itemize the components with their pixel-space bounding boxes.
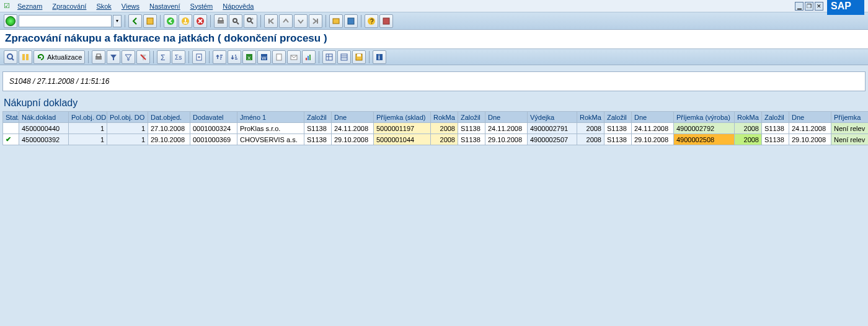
cancel-red-button[interactable]: [193, 14, 207, 28]
svg-text:Σs: Σs: [175, 54, 182, 61]
separator: [125, 15, 125, 27]
col-pol-od[interactable]: Pol.obj. OD: [69, 112, 107, 123]
menu-skok[interactable]: Skok: [91, 1, 116, 11]
local-file-button[interactable]: [272, 50, 286, 64]
table-row[interactable]: ✔45000003921129.10.20080001000369CHOVSER…: [3, 134, 869, 145]
cell-dne-2: 24.11.2008: [485, 123, 528, 134]
customize-button[interactable]: [379, 14, 393, 28]
set-filter-button[interactable]: [122, 50, 135, 64]
window-close-icon[interactable]: ✕: [815, 2, 823, 11]
menu-nastaveni[interactable]: Nastavení: [144, 1, 185, 11]
menu-views[interactable]: Views: [117, 1, 144, 11]
filter-button[interactable]: [107, 50, 120, 64]
cell-status: ✔: [3, 134, 19, 145]
col-dne-3[interactable]: Dne: [632, 112, 674, 123]
col-rokma-2[interactable]: RokMa: [577, 112, 604, 123]
sap-logo: SAP: [827, 0, 864, 15]
change-layout-button[interactable]: [322, 50, 336, 64]
save-button[interactable]: [143, 14, 157, 28]
window-restore-icon[interactable]: ❐: [805, 2, 813, 11]
col-dat-objed[interactable]: Dat.objed.: [148, 112, 190, 123]
create-shortcut-button[interactable]: [344, 14, 358, 28]
cell-rokma-1: 2008: [431, 134, 458, 145]
layout-button[interactable]: [19, 50, 32, 64]
col-zalozil-2[interactable]: Založil: [458, 112, 485, 123]
svg-point-3: [167, 17, 174, 25]
table-header-row: Stat. Nák.doklad Pol.obj. OD Pol.obj. DO…: [3, 112, 869, 123]
last-page-button[interactable]: [309, 14, 322, 28]
command-history-dropdown[interactable]: ▾: [113, 15, 122, 27]
back-button[interactable]: [128, 14, 142, 28]
col-pol-do[interactable]: Pol.obj. DO: [107, 112, 148, 123]
info-button[interactable]: i: [373, 50, 386, 64]
word-button[interactable]: W: [257, 50, 271, 64]
find-next-button[interactable]: +: [244, 14, 257, 28]
col-prijemka-sklad[interactable]: Příjemka (sklad): [374, 112, 431, 123]
col-prijemka-2[interactable]: Příjemka: [831, 112, 869, 123]
col-rokma-1[interactable]: RokMa: [431, 112, 458, 123]
col-dne-1[interactable]: Dne: [332, 112, 374, 123]
cell-zalozil-2: S1138: [458, 134, 485, 145]
menu-seznam[interactable]: Seznam: [12, 1, 47, 11]
exit-yellow-button[interactable]: [179, 14, 192, 28]
col-dne-2[interactable]: Dne: [485, 112, 528, 123]
command-field[interactable]: [19, 15, 112, 27]
first-page-button[interactable]: [264, 14, 278, 28]
cell-pol-do: 1: [107, 134, 148, 145]
col-vydejka[interactable]: Výdejka: [528, 112, 577, 123]
svg-rect-40: [341, 54, 347, 60]
col-jmeno[interactable]: Jméno 1: [237, 112, 304, 123]
separator: [88, 51, 89, 63]
enter-button[interactable]: [4, 14, 17, 28]
graphic-button[interactable]: [302, 50, 316, 64]
menu-system[interactable]: Systém: [185, 1, 218, 11]
col-zalozil-3[interactable]: Založil: [604, 112, 632, 123]
subtotal-button[interactable]: Σs: [172, 50, 185, 64]
separator: [319, 51, 319, 63]
cell-prijemka-vyroba: 4900002792: [674, 123, 735, 134]
help-button[interactable]: ?: [365, 14, 378, 28]
print-button[interactable]: [214, 14, 228, 28]
col-status[interactable]: Stat.: [3, 112, 19, 123]
window-minimize-icon[interactable]: ▁: [795, 2, 804, 11]
cell-zalozil-1: S1138: [304, 134, 332, 145]
cell-zalozil-2: S1138: [458, 123, 485, 134]
new-session-button[interactable]: [329, 14, 343, 28]
section-title: Nákupní doklady: [4, 97, 866, 109]
col-nak-doklad[interactable]: Nák.doklad: [19, 112, 69, 123]
menu-napoveda[interactable]: Nápověda: [218, 1, 259, 11]
standard-toolbar: ▾ + ?: [0, 12, 868, 30]
status-ok-icon: ✔: [6, 135, 11, 143]
sort-desc-button[interactable]: [228, 50, 241, 64]
svg-line-9: [237, 22, 239, 24]
sum-button[interactable]: Σ: [157, 50, 170, 64]
cell-zalozil-3: S1138: [604, 134, 632, 145]
delete-filter-button[interactable]: [136, 50, 150, 64]
svg-text:+: +: [251, 17, 254, 21]
refresh-label: Aktualizace: [47, 53, 82, 61]
cell-dat-objed: 27.10.2008: [148, 123, 190, 134]
mail-button[interactable]: [287, 50, 301, 64]
table-row[interactable]: 45000004401127.10.20080001000324ProKlas …: [3, 123, 869, 134]
select-layout-button[interactable]: [337, 50, 351, 64]
page-up-button[interactable]: [279, 14, 293, 28]
menu-zpracovani[interactable]: Zpracování: [47, 1, 91, 11]
back-green-button[interactable]: [164, 14, 177, 28]
page-down-button[interactable]: [294, 14, 308, 28]
col-dodavatel[interactable]: Dodavatel: [190, 112, 237, 123]
separator: [326, 15, 326, 27]
col-rokma-3[interactable]: RokMa: [735, 112, 762, 123]
col-dne-4[interactable]: Dne: [789, 112, 831, 123]
print-preview-button[interactable]: [92, 50, 105, 64]
svg-rect-21: [26, 54, 29, 60]
excel-button[interactable]: X: [242, 50, 256, 64]
save-layout-button[interactable]: [352, 50, 366, 64]
export-button[interactable]: [192, 50, 206, 64]
find-button[interactable]: [229, 14, 242, 28]
col-zalozil-1[interactable]: Založil: [304, 112, 332, 123]
refresh-button[interactable]: Aktualizace: [33, 50, 85, 64]
col-zalozil-4[interactable]: Založil: [762, 112, 789, 123]
col-prijemka-vyroba[interactable]: Příjemka (výroba): [674, 112, 735, 123]
sort-asc-button[interactable]: [213, 50, 226, 64]
detail-view-button[interactable]: [4, 50, 17, 64]
